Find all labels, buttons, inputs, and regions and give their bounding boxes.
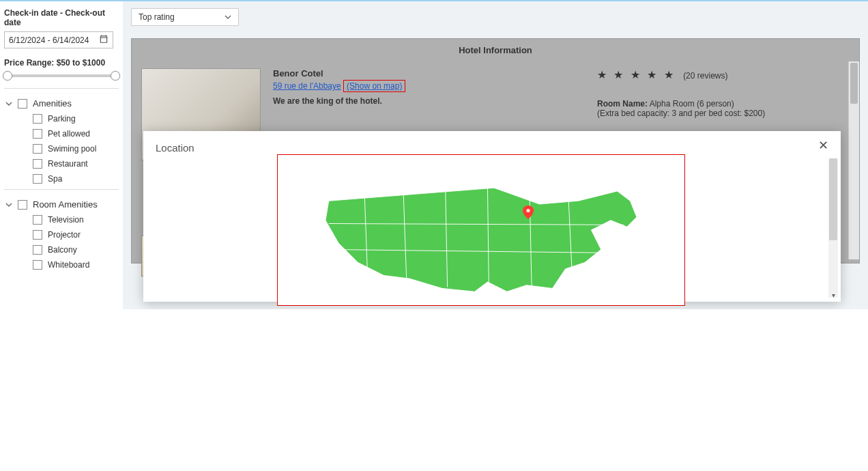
map-pin-icon xyxy=(523,205,534,219)
filter-label: Pet allowed xyxy=(48,129,90,139)
checkbox[interactable] xyxy=(33,144,42,154)
price-slider-max-thumb[interactable] xyxy=(111,71,120,81)
amenities-label: Amenities xyxy=(33,98,72,109)
room-name-label: Room Name: xyxy=(597,99,648,109)
divider xyxy=(4,88,119,89)
price-heading: Price Range: $50 to $1000 xyxy=(4,58,119,68)
list-item[interactable]: Swiming pool xyxy=(33,141,119,156)
sort-selected-label: Top rating xyxy=(139,12,175,22)
rating-row: ★ ★ ★ ★ ★ (20 reviews) xyxy=(597,68,850,81)
filter-label: Whiteboard xyxy=(48,260,89,270)
divider xyxy=(4,189,119,190)
reviews-count: (20 reviews) xyxy=(683,71,727,81)
main-content: Top rating Hotel Information Benor Cotel… xyxy=(123,1,868,309)
filter-label: Swiming pool xyxy=(48,144,96,154)
filter-label: Restaurant xyxy=(48,159,88,169)
list-item[interactable]: Projector xyxy=(33,227,119,242)
close-icon[interactable]: ✕ xyxy=(818,139,828,152)
show-on-map-highlight: (Show on map) xyxy=(343,80,405,92)
room-amenities-accordion-head[interactable]: Room Amenities xyxy=(4,197,119,212)
modal-title: Location xyxy=(156,142,828,154)
room-name-value: Alpha Room (6 person) xyxy=(650,99,734,109)
filter-label: Projector xyxy=(48,230,81,240)
room-amenities-group-checkbox[interactable] xyxy=(18,200,27,210)
app-root: Check-in date - Check-out date 6/12/2024… xyxy=(0,0,868,309)
hotel-tagline: We are the king of the hotel. xyxy=(273,96,585,106)
location-modal: Location ✕ xyxy=(143,131,841,302)
list-item[interactable]: Spa xyxy=(33,171,119,186)
filter-label: Balcony xyxy=(48,245,77,255)
price-slider-min-thumb[interactable] xyxy=(3,71,12,81)
list-item[interactable]: Television xyxy=(33,212,119,227)
checkbox[interactable] xyxy=(33,159,42,169)
list-item[interactable]: Pet allowed xyxy=(33,126,119,141)
list-item[interactable]: Restaurant xyxy=(33,156,119,171)
map-container[interactable] xyxy=(277,154,685,306)
chevron-down-icon xyxy=(5,100,12,107)
us-map xyxy=(304,165,659,295)
checkbox[interactable] xyxy=(33,215,42,225)
checkbox[interactable] xyxy=(33,129,42,139)
scroll-down-icon[interactable]: ▾ xyxy=(828,291,838,299)
price-slider[interactable] xyxy=(7,74,116,77)
hotel-name: Benor Cotel xyxy=(273,68,585,78)
list-item[interactable]: Parking xyxy=(33,111,119,126)
date-range-value: 6/12/2024 - 6/14/2024 xyxy=(9,35,89,45)
sort-select[interactable]: Top rating xyxy=(131,8,239,26)
checkbox[interactable] xyxy=(33,114,42,124)
filters-sidebar: Check-in date - Check-out date 6/12/2024… xyxy=(0,1,123,309)
hotel-links: 59 rue de l'Abbaye (Show on map) xyxy=(273,81,585,91)
hotel-address-link[interactable]: 59 rue de l'Abbaye xyxy=(273,81,341,91)
date-range-input[interactable]: 6/12/2024 - 6/14/2024 xyxy=(4,31,113,48)
scrollbar-thumb[interactable] xyxy=(850,63,858,104)
room-amenities-label: Room Amenities xyxy=(33,199,98,210)
date-heading: Check-in date - Check-out date xyxy=(4,8,119,27)
room-name-row: Room Name: Alpha Room (6 person) xyxy=(597,99,850,109)
panel-title: Hotel Information xyxy=(132,39,859,61)
checkbox[interactable] xyxy=(33,230,42,240)
star-icon: ★ ★ ★ ★ ★ xyxy=(597,69,676,81)
chevron-down-icon xyxy=(5,201,12,208)
room-amenities-list: Television Projector Balcony Whiteboard xyxy=(33,212,119,272)
list-item[interactable]: Balcony xyxy=(33,242,119,257)
checkbox[interactable] xyxy=(33,174,42,184)
filter-label: Parking xyxy=(48,114,76,124)
amenities-group-checkbox[interactable] xyxy=(18,99,27,109)
modal-scrollbar[interactable]: ▾ xyxy=(828,158,838,298)
amenities-list: Parking Pet allowed Swiming pool Restaur… xyxy=(33,111,119,186)
extra-bed-row: (Extra bed capacity: 3 and per bed cost:… xyxy=(597,109,850,118)
calendar-icon xyxy=(99,34,108,46)
filter-label: Television xyxy=(48,215,84,225)
list-scrollbar[interactable] xyxy=(848,61,859,259)
chevron-down-icon xyxy=(225,14,231,20)
amenities-accordion-head[interactable]: Amenities xyxy=(4,96,119,111)
scrollbar-thumb[interactable] xyxy=(829,158,837,240)
list-item[interactable]: Whiteboard xyxy=(33,257,119,272)
filter-label: Spa xyxy=(48,174,62,184)
checkbox[interactable] xyxy=(33,260,42,270)
show-on-map-link[interactable]: (Show on map) xyxy=(347,81,402,91)
svg-point-8 xyxy=(527,209,530,212)
checkbox[interactable] xyxy=(33,245,42,255)
